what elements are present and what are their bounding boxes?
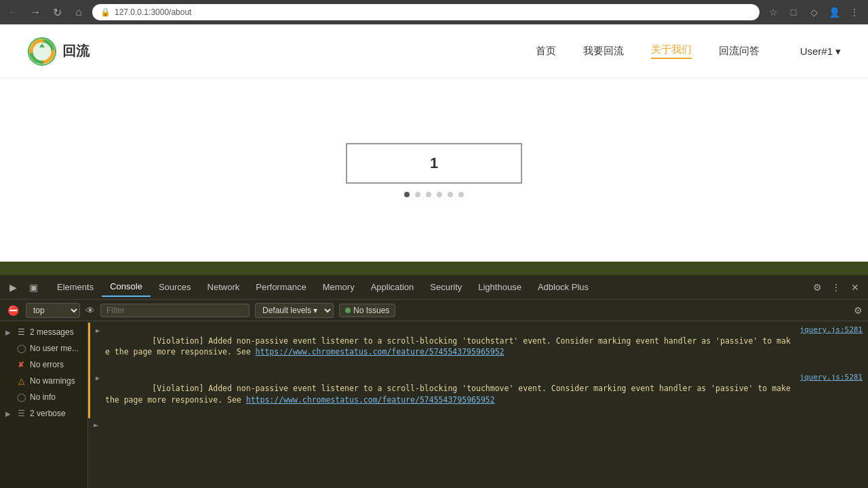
log-row-2[interactable]: ▶ [Violation] Added non-passive event li… [88,370,868,418]
sidebar-item-warnings[interactable]: △ No warnings [0,373,87,389]
log-link-1[interactable]: https://www.chromestatus.com/feature/574… [256,347,505,357]
console-log-area: ▶ [Violation] Added non-passive event li… [88,321,868,488]
menu-button[interactable]: ⋮ [846,4,863,20]
tab-console[interactable]: Console [102,277,151,297]
user-menu[interactable]: User#1 ▾ [800,45,841,58]
sidebar-item-verbose[interactable]: ▶ ☰ 2 verbose [0,405,87,422]
more-icon[interactable]: ⋮ [829,280,844,295]
slider-value: 1 [430,155,438,172]
lock-icon: 🔒 [100,7,111,17]
no-issues-badge[interactable]: No Issues [339,304,395,317]
puzzle-button[interactable]: ◇ [806,4,822,20]
console-content: ▶ ☰ 2 messages ◯ No user me... ✘ No erro… [0,321,868,488]
sidebar-verbose-label: 2 verbose [30,409,66,418]
messages-icon: ☰ [16,327,26,337]
dot-3[interactable] [426,192,431,197]
log-source-2[interactable]: jquery.js:5281 [800,372,863,382]
nav-about[interactable]: 关于我们 [651,43,692,59]
tab-lighthouse[interactable]: Lighthouse [470,278,530,296]
devtools-panel: ▶ ▣ Elements Console Sources Network Per… [0,275,868,488]
dark-divider [0,262,868,275]
verbose-icon: ☰ [16,409,26,418]
settings-icon[interactable]: ⚙ [810,280,825,295]
sidebar-item-user[interactable]: ◯ No user me... [0,340,87,357]
user-messages-icon: ◯ [16,344,26,353]
user-menu-label: User#1 [800,45,833,57]
nav-recycle[interactable]: 我要回流 [583,45,624,58]
tab-sources[interactable]: Sources [151,278,199,296]
warnings-icon: △ [16,376,26,386]
bookmark-button[interactable]: ☆ [765,4,781,20]
sidebar-messages-label: 2 messages [30,327,74,337]
context-select[interactable]: top [26,303,80,318]
tab-performance[interactable]: Performance [248,278,314,296]
tab-network[interactable]: Network [199,278,248,296]
sidebar-info-label: No info [30,392,56,402]
site-nav: 首页 我要回流 关于我们 回流问答 User#1 ▾ [536,43,841,59]
tab-security[interactable]: Security [422,278,470,296]
sidebar-warnings-label: No warnings [30,376,75,386]
tab-adblock[interactable]: Adblock Plus [530,278,597,296]
account-button[interactable]: 👤 [826,4,842,20]
console-filter-input[interactable] [100,304,250,317]
back-button[interactable]: ← [5,4,22,20]
dot-2[interactable] [415,192,420,197]
nav-qa[interactable]: 回流问答 [719,45,760,58]
slider-dots [404,192,464,197]
console-prompt-row[interactable]: ► [88,418,868,432]
eye-icon[interactable]: 👁 [85,305,95,316]
log-text-2: [Violation] Added non-passive event list… [105,372,794,415]
browser-actions: ☆ □ ◇ 👤 ⋮ [765,4,863,20]
user-dropdown-icon: ▾ [835,45,841,58]
tab-application[interactable]: Application [363,278,422,296]
console-sidebar: ▶ ☰ 2 messages ◯ No user me... ✘ No erro… [0,321,88,488]
log-expand-2[interactable]: ▶ [96,373,102,383]
prompt-arrow-icon: ► [94,420,98,430]
clear-console-icon[interactable]: ⛔ [5,303,20,318]
url-text: 127.0.0.1:3000/about [115,7,191,17]
logo-svg [27,37,57,66]
page-content: 1 [0,79,868,262]
logo-text: 回流 [62,42,90,60]
info-icon: ◯ [16,392,26,402]
devtools-left-icons: ▶ ▣ [5,280,41,295]
sidebar-item-info[interactable]: ◯ No info [0,389,87,405]
dot-5[interactable] [448,192,453,197]
no-issues-label: No Issues [353,306,389,315]
console-settings-icon[interactable]: ⚙ [854,305,863,316]
expand-messages-icon: ▶ [5,329,12,336]
sidebar-errors-label: No errors [30,360,64,369]
device-icon[interactable]: ▣ [26,280,41,295]
tab-memory[interactable]: Memory [315,278,363,296]
dot-4[interactable] [437,192,442,197]
home-button[interactable]: ⌂ [71,4,87,20]
log-source-1[interactable]: jquery.js:5281 [800,325,863,335]
sidebar-item-messages[interactable]: ▶ ☰ 2 messages [0,324,87,340]
extensions-button[interactable]: □ [785,4,802,20]
console-toolbar: ⛔ top 👁 Default levels ▾ No Issues ⚙ [0,300,868,321]
dot-6[interactable] [458,192,464,197]
tab-elements[interactable]: Elements [49,278,102,296]
devtools-right-icons: ⚙ ⋮ ✕ [810,280,863,295]
devtools-tabs: Elements Console Sources Network Perform… [49,277,810,297]
devtools-tabbar: ▶ ▣ Elements Console Sources Network Per… [0,275,868,300]
reload-button[interactable]: ↻ [49,4,65,20]
inspect-icon[interactable]: ▶ [5,280,20,295]
log-link-2[interactable]: https://www.chromestatus.com/feature/574… [246,395,495,405]
sidebar-item-errors[interactable]: ✘ No errors [0,357,87,373]
sidebar-user-label: No user me... [30,344,79,353]
forward-button[interactable]: → [27,4,43,20]
address-bar[interactable]: 🔒 127.0.0.1:3000/about [92,4,760,20]
no-issues-dot [345,308,351,313]
expand-verbose-icon: ▶ [5,410,12,418]
close-icon[interactable]: ✕ [848,280,863,295]
dot-1[interactable] [404,192,410,197]
level-select[interactable]: Default levels ▾ [255,303,334,318]
browser-chrome: ← → ↻ ⌂ 🔒 127.0.0.1:3000/about ☆ □ ◇ 👤 ⋮ [0,0,868,24]
log-expand-1[interactable]: ▶ [96,326,102,336]
nav-home[interactable]: 首页 [536,45,556,58]
site-logo: 回流 [27,37,90,66]
slider-box: 1 [346,143,522,184]
errors-icon: ✘ [16,360,26,369]
log-row-1[interactable]: ▶ [Violation] Added non-passive event li… [88,323,868,370]
